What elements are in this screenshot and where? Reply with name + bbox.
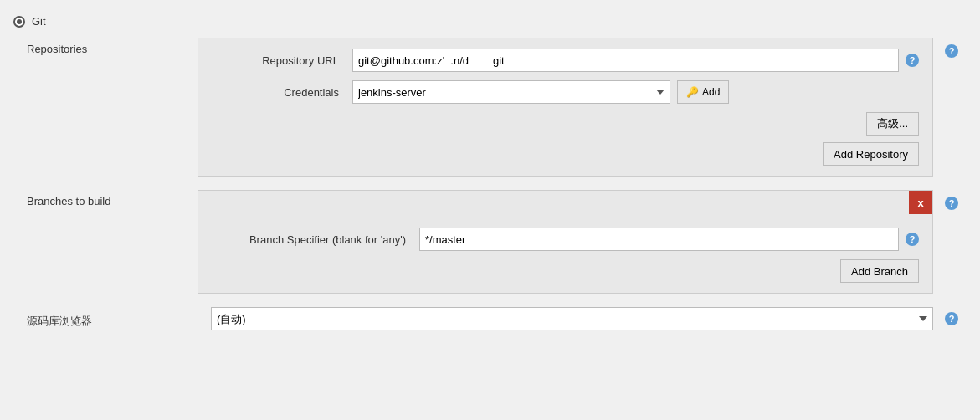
branch-specifier-input[interactable] <box>419 228 899 251</box>
add-btn-label: Add <box>702 86 720 98</box>
repo-url-input[interactable] <box>352 49 899 72</box>
branches-content: x Branch Specifier (blank for 'any') ? A… <box>198 190 933 294</box>
source-browser-label: 源码库浏览器 <box>27 309 211 329</box>
git-section: Git Repositories Repository URL ? Creden… <box>0 8 980 344</box>
key-icon: 🔑 <box>686 86 699 98</box>
branch-specifier-help-icon[interactable]: ? <box>906 233 919 246</box>
source-browser-select[interactable]: (自动) <box>211 307 933 330</box>
delete-branch-button[interactable]: x <box>909 191 932 214</box>
source-browser-help-icon[interactable]: ? <box>945 312 958 325</box>
branch-specifier-label: Branch Specifier (blank for 'any') <box>212 233 413 246</box>
repo-url-help-icon[interactable]: ? <box>906 54 919 67</box>
advanced-row: 高级... <box>212 112 919 136</box>
add-repository-button[interactable]: Add Repository <box>823 142 919 166</box>
credentials-row: Credentials jenkins-server - none - 🔑 Ad… <box>212 80 919 104</box>
repositories-help-icon[interactable]: ? <box>945 44 958 58</box>
source-select-wrap: (自动) <box>211 307 933 330</box>
credentials-label: Credentials <box>212 86 346 99</box>
repo-url-row: Repository URL ? <box>212 49 919 72</box>
git-radio[interactable] <box>13 16 25 28</box>
add-branch-button[interactable]: Add Branch <box>840 259 919 283</box>
branches-row: Branches to build x Branch Specifier (bl… <box>13 190 967 294</box>
credentials-add-button[interactable]: 🔑 Add <box>677 80 729 104</box>
repo-url-label: Repository URL <box>212 54 346 67</box>
repositories-label: Repositories <box>13 38 198 55</box>
git-header: Git <box>13 15 967 28</box>
page-container: Git Repositories Repository URL ? Creden… <box>0 0 980 352</box>
branches-help-icon[interactable]: ? <box>945 197 958 210</box>
branches-label: Branches to build <box>13 190 198 207</box>
git-label: Git <box>32 15 46 28</box>
add-repo-row: Add Repository <box>212 142 919 166</box>
advanced-button[interactable]: 高级... <box>866 112 919 136</box>
add-branch-row: Add Branch <box>212 259 919 283</box>
credentials-select[interactable]: jenkins-server - none - <box>352 80 670 104</box>
branch-specifier-row: Branch Specifier (blank for 'any') ? <box>212 228 919 251</box>
repositories-content: Repository URL ? Credentials jenkins-ser… <box>198 38 933 177</box>
repositories-row: Repositories Repository URL ? Credential… <box>13 38 967 177</box>
source-browser-section: 源码库浏览器 (自动) ? <box>13 307 967 330</box>
